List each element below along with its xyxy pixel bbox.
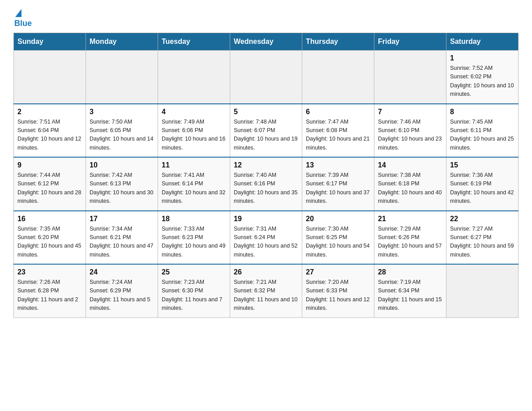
- day-info: Sunrise: 7:47 AMSunset: 6:08 PMDaylight:…: [306, 118, 370, 153]
- day-number: 15: [450, 161, 515, 169]
- day-number: 19: [234, 215, 298, 223]
- day-info: Sunrise: 7:52 AMSunset: 6:02 PMDaylight:…: [450, 64, 515, 99]
- calendar-table: SundayMondayTuesdayWednesdayThursdayFrid…: [13, 33, 519, 318]
- logo-triangle-icon: [15, 9, 21, 17]
- day-number: 9: [17, 161, 82, 169]
- calendar-day-cell: 19Sunrise: 7:31 AMSunset: 6:24 PMDayligh…: [230, 211, 302, 265]
- day-number: 22: [450, 215, 515, 223]
- day-info: Sunrise: 7:26 AMSunset: 6:28 PMDaylight:…: [17, 278, 82, 313]
- day-info: Sunrise: 7:46 AMSunset: 6:10 PMDaylight:…: [378, 118, 442, 153]
- day-of-week-header: Monday: [86, 33, 158, 51]
- day-info: Sunrise: 7:39 AMSunset: 6:17 PMDaylight:…: [306, 171, 370, 206]
- calendar-day-cell: 26Sunrise: 7:21 AMSunset: 6:32 PMDayligh…: [230, 264, 302, 317]
- day-number: 16: [17, 215, 82, 223]
- day-number: 7: [378, 108, 442, 116]
- day-number: 14: [378, 161, 442, 169]
- calendar-day-cell: 13Sunrise: 7:39 AMSunset: 6:17 PMDayligh…: [302, 157, 374, 211]
- calendar-day-cell: 15Sunrise: 7:36 AMSunset: 6:19 PMDayligh…: [446, 157, 519, 211]
- calendar-day-cell: 20Sunrise: 7:30 AMSunset: 6:25 PMDayligh…: [302, 211, 374, 265]
- day-number: 6: [306, 108, 370, 116]
- day-number: 3: [90, 108, 154, 116]
- day-number: 18: [162, 215, 226, 223]
- day-info: Sunrise: 7:42 AMSunset: 6:13 PMDaylight:…: [90, 171, 154, 206]
- day-number: 26: [234, 268, 298, 276]
- calendar-day-cell: 1Sunrise: 7:52 AMSunset: 6:02 PMDaylight…: [446, 51, 519, 104]
- calendar-day-cell: 5Sunrise: 7:48 AMSunset: 6:07 PMDaylight…: [230, 104, 302, 158]
- calendar-day-cell: 10Sunrise: 7:42 AMSunset: 6:13 PMDayligh…: [86, 157, 158, 211]
- day-of-week-header: Thursday: [302, 33, 374, 51]
- calendar-day-cell: [158, 51, 230, 104]
- calendar-day-cell: 18Sunrise: 7:33 AMSunset: 6:23 PMDayligh…: [158, 211, 230, 265]
- day-number: 4: [162, 108, 226, 116]
- calendar-day-cell: 4Sunrise: 7:49 AMSunset: 6:06 PMDaylight…: [158, 104, 230, 158]
- calendar-day-cell: 9Sunrise: 7:44 AMSunset: 6:12 PMDaylight…: [14, 157, 86, 211]
- calendar-day-cell: 23Sunrise: 7:26 AMSunset: 6:28 PMDayligh…: [14, 264, 86, 317]
- calendar-day-cell: 2Sunrise: 7:51 AMSunset: 6:04 PMDaylight…: [14, 104, 86, 158]
- day-info: Sunrise: 7:31 AMSunset: 6:24 PMDaylight:…: [234, 225, 298, 260]
- day-of-week-header: Friday: [374, 33, 446, 51]
- day-info: Sunrise: 7:20 AMSunset: 6:33 PMDaylight:…: [306, 278, 370, 313]
- day-info: Sunrise: 7:24 AMSunset: 6:29 PMDaylight:…: [90, 278, 154, 313]
- logo: Blue: [13, 9, 32, 28]
- calendar-day-cell: 3Sunrise: 7:50 AMSunset: 6:05 PMDaylight…: [86, 104, 158, 158]
- calendar-day-cell: 22Sunrise: 7:27 AMSunset: 6:27 PMDayligh…: [446, 211, 519, 265]
- calendar-day-cell: 8Sunrise: 7:45 AMSunset: 6:11 PMDaylight…: [446, 104, 519, 158]
- day-info: Sunrise: 7:29 AMSunset: 6:26 PMDaylight:…: [378, 225, 442, 260]
- day-number: 13: [306, 161, 370, 169]
- calendar-day-cell: 25Sunrise: 7:23 AMSunset: 6:30 PMDayligh…: [158, 264, 230, 317]
- calendar-day-cell: [302, 51, 374, 104]
- day-number: 20: [306, 215, 370, 223]
- day-number: 25: [162, 268, 226, 276]
- day-info: Sunrise: 7:19 AMSunset: 6:34 PMDaylight:…: [378, 278, 442, 313]
- day-of-week-header: Saturday: [446, 33, 519, 51]
- calendar-day-cell: 14Sunrise: 7:38 AMSunset: 6:18 PMDayligh…: [374, 157, 446, 211]
- day-info: Sunrise: 7:50 AMSunset: 6:05 PMDaylight:…: [90, 118, 154, 153]
- day-info: Sunrise: 7:21 AMSunset: 6:32 PMDaylight:…: [234, 278, 298, 313]
- day-number: 1: [450, 54, 515, 62]
- day-info: Sunrise: 7:34 AMSunset: 6:21 PMDaylight:…: [90, 225, 154, 260]
- page-header: Blue: [13, 9, 519, 28]
- calendar-week-row: 2Sunrise: 7:51 AMSunset: 6:04 PMDaylight…: [14, 104, 519, 158]
- calendar-day-cell: 24Sunrise: 7:24 AMSunset: 6:29 PMDayligh…: [86, 264, 158, 317]
- calendar-day-cell: 28Sunrise: 7:19 AMSunset: 6:34 PMDayligh…: [374, 264, 446, 317]
- calendar-day-cell: 21Sunrise: 7:29 AMSunset: 6:26 PMDayligh…: [374, 211, 446, 265]
- day-info: Sunrise: 7:33 AMSunset: 6:23 PMDaylight:…: [162, 225, 226, 260]
- day-info: Sunrise: 7:48 AMSunset: 6:07 PMDaylight:…: [234, 118, 298, 153]
- day-number: 11: [162, 161, 226, 169]
- calendar-day-cell: 17Sunrise: 7:34 AMSunset: 6:21 PMDayligh…: [86, 211, 158, 265]
- day-info: Sunrise: 7:23 AMSunset: 6:30 PMDaylight:…: [162, 278, 226, 313]
- calendar-day-cell: 27Sunrise: 7:20 AMSunset: 6:33 PMDayligh…: [302, 264, 374, 317]
- day-number: 24: [90, 268, 154, 276]
- calendar-day-cell: [86, 51, 158, 104]
- calendar-day-cell: 11Sunrise: 7:41 AMSunset: 6:14 PMDayligh…: [158, 157, 230, 211]
- calendar-header-row: SundayMondayTuesdayWednesdayThursdayFrid…: [14, 33, 519, 51]
- day-info: Sunrise: 7:44 AMSunset: 6:12 PMDaylight:…: [17, 171, 82, 206]
- day-number: 28: [378, 268, 442, 276]
- day-info: Sunrise: 7:35 AMSunset: 6:20 PMDaylight:…: [17, 225, 82, 260]
- day-number: 10: [90, 161, 154, 169]
- calendar-day-cell: [446, 264, 519, 317]
- logo-subtitle: Blue: [14, 19, 32, 28]
- day-of-week-header: Wednesday: [230, 33, 302, 51]
- day-number: 23: [17, 268, 82, 276]
- day-number: 12: [234, 161, 298, 169]
- day-number: 21: [378, 215, 442, 223]
- day-info: Sunrise: 7:36 AMSunset: 6:19 PMDaylight:…: [450, 171, 515, 206]
- day-number: 5: [234, 108, 298, 116]
- calendar-week-row: 9Sunrise: 7:44 AMSunset: 6:12 PMDaylight…: [14, 157, 519, 211]
- calendar-day-cell: 6Sunrise: 7:47 AMSunset: 6:08 PMDaylight…: [302, 104, 374, 158]
- day-info: Sunrise: 7:38 AMSunset: 6:18 PMDaylight:…: [378, 171, 442, 206]
- day-number: 2: [17, 108, 82, 116]
- calendar-week-row: 1Sunrise: 7:52 AMSunset: 6:02 PMDaylight…: [14, 51, 519, 104]
- day-of-week-header: Sunday: [14, 33, 86, 51]
- day-info: Sunrise: 7:49 AMSunset: 6:06 PMDaylight:…: [162, 118, 226, 153]
- day-info: Sunrise: 7:51 AMSunset: 6:04 PMDaylight:…: [17, 118, 82, 153]
- calendar-day-cell: [374, 51, 446, 104]
- calendar-day-cell: 12Sunrise: 7:40 AMSunset: 6:16 PMDayligh…: [230, 157, 302, 211]
- day-info: Sunrise: 7:30 AMSunset: 6:25 PMDaylight:…: [306, 225, 370, 260]
- day-number: 17: [90, 215, 154, 223]
- calendar-week-row: 23Sunrise: 7:26 AMSunset: 6:28 PMDayligh…: [14, 264, 519, 317]
- calendar-day-cell: 7Sunrise: 7:46 AMSunset: 6:10 PMDaylight…: [374, 104, 446, 158]
- day-number: 27: [306, 268, 370, 276]
- day-number: 8: [450, 108, 515, 116]
